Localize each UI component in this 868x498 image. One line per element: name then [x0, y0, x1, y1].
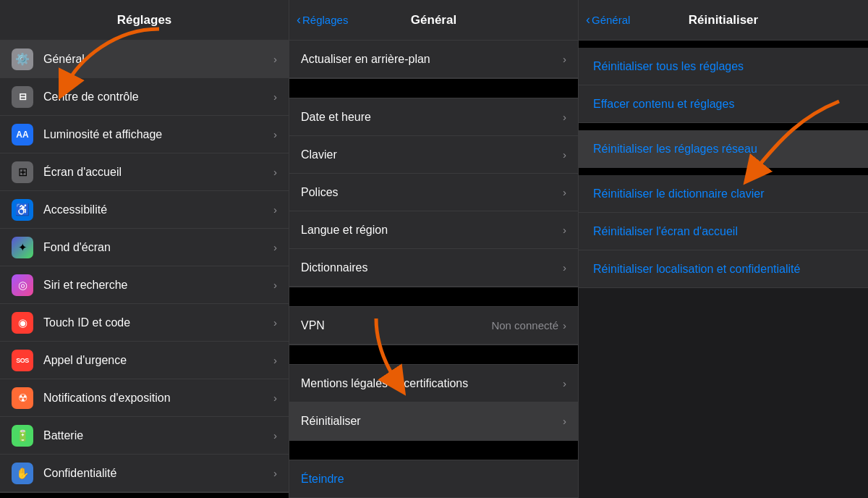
sidebar-item-wallpaper[interactable]: ✦ Fond d'écran ›	[0, 229, 289, 266]
battery-label: Batterie	[43, 429, 273, 442]
back-label: Réglages	[302, 14, 348, 26]
battery-icon: 🔋	[12, 425, 33, 447]
datetime-item[interactable]: Date et heure ›	[289, 98, 578, 136]
right-panel-title: Réinitialiser	[689, 13, 758, 28]
back-chevron-icon: ‹	[586, 12, 590, 28]
reset-all-item[interactable]: Réinitialiser tous les réglages	[579, 48, 868, 85]
dictionaries-label: Dictionnaires	[301, 261, 563, 274]
chevron-icon: ›	[273, 128, 277, 140]
chevron-icon: ›	[563, 224, 566, 236]
left-settings-list: ⚙️ Général › ⊟ Centre de contrôle › AA L…	[0, 41, 289, 498]
location-label: Réinitialiser localisation et confidenti…	[593, 263, 800, 276]
chevron-icon: ›	[273, 354, 277, 366]
right-header: ‹ Général Réinitialiser	[579, 0, 868, 41]
fonts-label: Polices	[301, 186, 563, 199]
keyboard-dict-item[interactable]: Réinitialiser le dictionnaire clavier	[579, 175, 868, 213]
refresh-label: Actualiser en arrière-plan	[301, 53, 563, 66]
sidebar-item-siri[interactable]: ◎ Siri et recherche ›	[0, 266, 289, 304]
left-panel-title: Réglages	[117, 13, 172, 28]
back-to-general-btn[interactable]: ‹ Général	[586, 12, 630, 28]
language-item[interactable]: Langue et région ›	[289, 211, 578, 249]
exposure-icon: ☢	[12, 387, 33, 409]
chevron-icon: ›	[273, 166, 277, 178]
middle-panel-title: Général	[411, 13, 456, 28]
back-to-settings-btn[interactable]: ‹ Réglages	[297, 12, 348, 28]
privacy-icon: ✋	[12, 463, 33, 484]
keyboard-item[interactable]: Clavier ›	[289, 136, 578, 174]
sidebar-item-control[interactable]: ⊟ Centre de contrôle ›	[0, 78, 289, 116]
separator	[0, 492, 289, 498]
top-spacer	[579, 41, 868, 48]
back-label: Général	[592, 14, 630, 26]
reinitialiser-item[interactable]: Réinitialiser ›	[289, 402, 578, 440]
privacy-label: Confidentialité	[43, 467, 273, 480]
sidebar-item-exposure[interactable]: ☢ Notifications d'exposition ›	[0, 379, 289, 417]
middle-header: ‹ Réglages Général	[289, 0, 578, 41]
sidebar-item-touch[interactable]: ◉ Touch ID et code ›	[0, 304, 289, 342]
home-icon: ⊞	[12, 161, 33, 183]
vpn-label: VPN	[301, 319, 491, 332]
left-panel: Réglages ⚙️ Général › ⊟ Centre de contrô…	[0, 0, 289, 498]
display-label: Luminosité et affichage	[43, 128, 273, 141]
chevron-right-icon: ›	[273, 53, 277, 65]
middle-panel: ‹ Réglages Général Actualiser en arrière…	[289, 0, 579, 498]
separator	[289, 345, 578, 365]
chevron-icon: ›	[563, 261, 566, 274]
datetime-label: Date et heure	[301, 111, 563, 124]
shutdown-label: Éteindre	[301, 473, 566, 486]
legal-label: Mentions légales et certifications	[301, 377, 563, 390]
wallpaper-icon: ✦	[12, 237, 33, 258]
access-label: Accessibilité	[43, 203, 273, 216]
location-item[interactable]: Réinitialiser localisation et confidenti…	[579, 250, 868, 288]
display-icon: AA	[12, 124, 33, 145]
legal-item[interactable]: Mentions légales et certifications ›	[289, 365, 578, 402]
chevron-icon: ›	[563, 148, 566, 161]
gear-icon: ⚙️	[12, 48, 33, 70]
sidebar-item-access[interactable]: ♿ Accessibilité ›	[0, 191, 289, 229]
chevron-icon: ›	[273, 90, 277, 103]
homescreen-label: Réinitialiser l'écran d'accueil	[593, 225, 738, 238]
separator	[289, 287, 578, 307]
sos-icon: SOS	[12, 350, 33, 371]
chevron-icon: ›	[273, 279, 277, 291]
wallpaper-label: Fond d'écran	[43, 241, 273, 254]
right-settings-list: Réinitialiser tous les réglages Effacer …	[579, 41, 868, 498]
chevron-icon: ›	[273, 316, 277, 329]
reset-all-label: Réinitialiser tous les réglages	[593, 60, 744, 73]
chevron-icon: ›	[273, 392, 277, 404]
dictionaries-item[interactable]: Dictionnaires ›	[289, 249, 578, 287]
sidebar-item-general[interactable]: ⚙️ Général ›	[0, 41, 289, 78]
chevron-icon: ›	[563, 319, 566, 332]
touch-label: Touch ID et code	[43, 316, 273, 329]
reinitialiser-label: Réinitialiser	[301, 415, 563, 428]
control-label: Centre de contrôle	[43, 90, 273, 104]
chevron-icon: ›	[563, 377, 566, 389]
home-label: Écran d'accueil	[43, 166, 273, 179]
sidebar-item-battery[interactable]: 🔋 Batterie ›	[0, 417, 289, 455]
control-icon: ⊟	[12, 86, 33, 108]
erase-item[interactable]: Effacer contenu et réglages	[579, 85, 868, 123]
vpn-item[interactable]: VPN Non connecté ›	[289, 307, 578, 345]
network-label: Réinitialiser les réglages réseau	[593, 143, 757, 156]
refresh-item[interactable]: Actualiser en arrière-plan ›	[289, 41, 578, 78]
siri-icon: ◎	[12, 274, 33, 296]
sidebar-item-display[interactable]: AA Luminosité et affichage ›	[0, 116, 289, 153]
vpn-value: Non connecté	[491, 319, 558, 332]
sidebar-item-home[interactable]: ⊞ Écran d'accueil ›	[0, 153, 289, 191]
sidebar-item-sos[interactable]: SOS Appel d'urgence ›	[0, 342, 289, 379]
homescreen-item[interactable]: Réinitialiser l'écran d'accueil	[579, 213, 868, 250]
network-item[interactable]: Réinitialiser les réglages réseau	[579, 130, 868, 168]
erase-label: Effacer contenu et réglages	[593, 98, 734, 111]
sep	[579, 123, 868, 130]
shutdown-item[interactable]: Éteindre	[289, 460, 578, 498]
keyboard-label: Clavier	[301, 148, 563, 161]
sidebar-item-privacy[interactable]: ✋ Confidentialité ›	[0, 455, 289, 492]
touch-icon: ◉	[12, 312, 33, 334]
chevron-icon: ›	[273, 429, 277, 442]
sep	[579, 168, 868, 175]
chevron-icon: ›	[273, 203, 277, 216]
fonts-item[interactable]: Polices ›	[289, 174, 578, 211]
middle-settings-list: Actualiser en arrière-plan › Date et heu…	[289, 41, 578, 498]
separator	[289, 440, 578, 460]
chevron-icon: ›	[563, 186, 566, 198]
